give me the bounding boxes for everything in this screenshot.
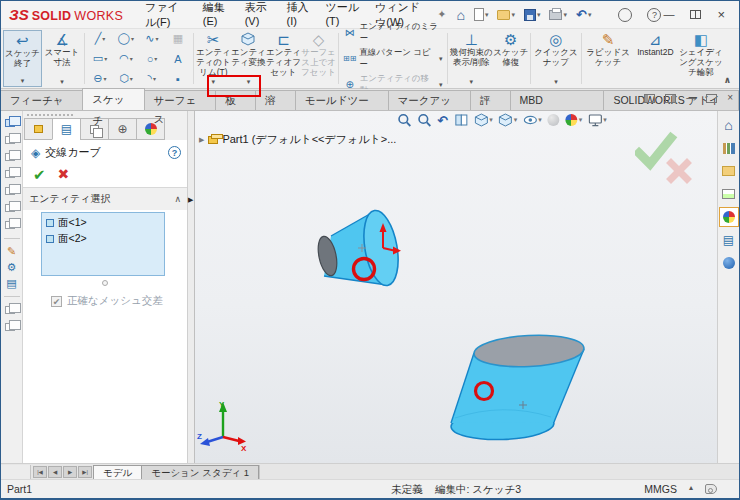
- dropdown-icon[interactable]: ▾: [603, 116, 607, 124]
- restore-button[interactable]: [690, 10, 701, 19]
- flyout-arrow-icon[interactable]: ▶: [188, 196, 193, 204]
- accurate-mesh-checkbox-row[interactable]: ✔ 正確なメッシュ交差: [51, 294, 187, 308]
- exit-sketch-button[interactable]: ↩ スケッチ終了 ▾: [3, 30, 42, 87]
- view-palette-button[interactable]: [719, 184, 739, 204]
- dropdown-icon[interactable]: ▾: [154, 55, 157, 62]
- smart-dimension-button[interactable]: ∡ スマート寸法 ▾: [42, 30, 82, 87]
- body-icon[interactable]: [5, 136, 15, 144]
- split-pane-left-icon[interactable]: [644, 94, 655, 103]
- confirmation-corner[interactable]: [635, 131, 693, 187]
- dropdown-icon[interactable]: ▾: [153, 75, 156, 82]
- display-tool-icon[interactable]: ▤: [6, 278, 16, 289]
- plane-tool-button[interactable]: ▦: [165, 32, 191, 45]
- pm-ok-button[interactable]: ✔: [33, 167, 46, 182]
- solid-body-icon[interactable]: [5, 119, 15, 127]
- tab-dimxpert[interactable]: ⊕: [108, 118, 137, 140]
- previous-view-button[interactable]: ↶: [437, 114, 448, 127]
- spline-tool-button[interactable]: ∿▾: [139, 32, 165, 45]
- offset-entities-button[interactable]: ⊏ エンティティオフセット: [266, 30, 301, 87]
- selection-item[interactable]: 面<2>: [44, 231, 162, 247]
- doc-close-button[interactable]: ×: [727, 93, 733, 103]
- dropdown-icon[interactable]: ▾: [212, 78, 216, 87]
- dropdown-icon[interactable]: ▾: [579, 116, 583, 124]
- tab-feature-tree[interactable]: [24, 118, 53, 140]
- home-button[interactable]: ⌂: [454, 6, 466, 24]
- tab-mold-tools[interactable]: モールドツール: [295, 90, 389, 110]
- shaded-sketch-contours-button[interactable]: ◧ シェイディングスケッチ輪郭: [678, 30, 724, 87]
- dropdown-icon[interactable]: ▾: [538, 116, 542, 124]
- undo-button[interactable]: ↶▾: [574, 6, 593, 23]
- tab-sketch[interactable]: スケッチ: [82, 88, 144, 110]
- dropdown-icon[interactable]: ▾: [470, 78, 474, 87]
- sketch-tool-icon[interactable]: ✎: [7, 246, 16, 257]
- checkbox-checked-icon[interactable]: ✔: [51, 296, 62, 307]
- dropdown-icon[interactable]: ▾: [588, 11, 592, 19]
- offset-on-surface-button[interactable]: ◇ サーフェス上でオフセット: [301, 30, 336, 87]
- units-dropdown-icon[interactable]: ▴: [689, 483, 693, 492]
- tab-weldments[interactable]: 溶接: [255, 90, 296, 110]
- cone-body-large[interactable]: [441, 326, 601, 461]
- body-icon[interactable]: [5, 153, 15, 161]
- file-explorer-button[interactable]: [719, 161, 739, 181]
- menu-edit[interactable]: 編集(E): [195, 0, 237, 34]
- selection-item[interactable]: 面<1>: [44, 215, 162, 231]
- fillet-tool-button[interactable]: ◝▾: [139, 72, 165, 85]
- dropdown-icon[interactable]: ▾: [563, 11, 567, 19]
- entity-selection-header[interactable]: エンティティ選択 ∧: [23, 188, 187, 210]
- quick-snaps-button[interactable]: ◎ クイックスナップ ▾: [533, 30, 579, 87]
- expander-icon[interactable]: ▶: [199, 136, 204, 144]
- dropdown-icon[interactable]: ▾: [439, 81, 445, 89]
- menu-insert[interactable]: 挿入(I): [279, 0, 318, 34]
- arc-tool-button[interactable]: ◠▾: [113, 52, 139, 65]
- doc-minimize-button[interactable]: —: [686, 93, 696, 103]
- menu-file[interactable]: ファイル(F): [137, 0, 195, 34]
- split-pane-right-icon[interactable]: [665, 94, 676, 103]
- convert-entities-button[interactable]: エンティティ変換 ▾: [231, 30, 266, 87]
- panel-resize-dot[interactable]: [102, 280, 108, 286]
- open-document-button[interactable]: ▾: [495, 8, 517, 22]
- circle-tool-button[interactable]: ◯▾: [113, 32, 139, 45]
- menu-view[interactable]: 表示(V): [237, 0, 279, 34]
- rapid-sketch-button[interactable]: ✎ ラピッドスケッチ: [584, 30, 633, 87]
- close-button[interactable]: ×: [717, 8, 725, 21]
- line-tool-button[interactable]: ╱▾: [87, 32, 113, 45]
- instant2d-button[interactable]: ⊿ Instant2D: [633, 30, 679, 87]
- mirror-entities-button[interactable]: ⋈ エンティティのミラー: [343, 21, 445, 45]
- tab-features[interactable]: フィーチャー: [0, 90, 83, 110]
- doc-restore-button[interactable]: [706, 94, 717, 103]
- text-tool-button[interactable]: A: [165, 52, 191, 65]
- dropdown-icon[interactable]: ▾: [439, 55, 445, 63]
- zoom-fit-button[interactable]: [397, 113, 411, 127]
- trim-entities-button[interactable]: ✂ エンティティのトリム(T) ▾: [196, 30, 231, 87]
- cone-body-small[interactable]: [301, 186, 451, 306]
- rectangle-tool-button[interactable]: ▭▾: [87, 52, 113, 65]
- edit-tool-icon[interactable]: ⚙: [7, 262, 17, 273]
- menu-pin-icon[interactable]: ✦: [437, 8, 446, 21]
- dropdown-icon[interactable]: ▾: [130, 75, 133, 82]
- dropdown-icon[interactable]: ▾: [131, 35, 134, 42]
- section-collapse-icon[interactable]: ∧: [174, 194, 181, 204]
- minimize-button[interactable]: —: [663, 9, 674, 20]
- graphics-viewport[interactable]: ↶ ▾ ▾ ▾ ▾ ▾ ▶ Part1 (デフォルト<<デフォルト>...: [195, 111, 717, 463]
- pm-help-button[interactable]: ?: [168, 146, 181, 159]
- print-button[interactable]: ▾: [547, 8, 569, 22]
- dropdown-icon[interactable]: ▾: [60, 78, 64, 87]
- prev-tab-button[interactable]: ◀: [48, 466, 62, 478]
- dropdown-icon[interactable]: ▾: [21, 77, 25, 86]
- ribbon-collapse-icon[interactable]: ∧: [724, 75, 737, 87]
- dropdown-icon[interactable]: ▾: [102, 35, 105, 42]
- next-tab-button[interactable]: ▶: [63, 466, 77, 478]
- copy-body-icon[interactable]: [5, 306, 15, 314]
- dropdown-icon[interactable]: ▾: [514, 116, 518, 124]
- motion-study-tab[interactable]: モーション スタディ 1: [141, 465, 259, 479]
- section-view-button[interactable]: [454, 113, 468, 127]
- design-library-button[interactable]: [719, 138, 739, 158]
- dropdown-icon[interactable]: ▾: [156, 35, 159, 42]
- confirm-ok-icon[interactable]: [639, 138, 671, 164]
- body-icon[interactable]: [5, 170, 15, 178]
- edit-appearance-button[interactable]: [548, 114, 560, 126]
- view-settings-button[interactable]: ▾: [588, 113, 607, 127]
- save-button[interactable]: ▾: [522, 7, 543, 23]
- polygon-tool-button[interactable]: ⬡▾: [113, 72, 139, 85]
- tab-markup[interactable]: マークアップ: [388, 90, 471, 110]
